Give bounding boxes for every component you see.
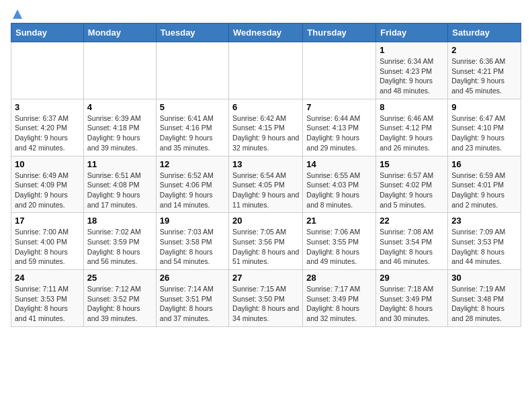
calendar-header-row: SundayMondayTuesdayWednesdayThursdayFrid… (11, 24, 521, 42)
header-sunday: Sunday (11, 24, 84, 42)
header-wednesday: Wednesday (229, 24, 303, 42)
day-cell: 3Sunrise: 6:37 AMSunset: 4:20 PMDaylight… (11, 99, 84, 156)
day-cell: 16Sunrise: 6:59 AMSunset: 4:01 PMDayligh… (448, 156, 521, 213)
day-cell: 17Sunrise: 7:00 AMSunset: 4:00 PMDayligh… (11, 213, 84, 270)
day-cell (11, 42, 84, 99)
header-friday: Friday (376, 24, 448, 42)
day-number: 21 (306, 216, 372, 226)
day-number: 6 (232, 102, 299, 112)
day-info: Sunrise: 6:39 AMSunset: 4:18 PMDaylight:… (87, 113, 152, 153)
day-number: 7 (306, 102, 372, 112)
day-info: Sunrise: 7:09 AMSunset: 3:53 PMDaylight:… (451, 227, 517, 267)
day-cell: 29Sunrise: 7:18 AMSunset: 3:49 PMDayligh… (376, 270, 448, 327)
day-number: 4 (87, 102, 152, 112)
day-cell: 4Sunrise: 6:39 AMSunset: 4:18 PMDaylight… (83, 99, 156, 156)
week-row-3: 17Sunrise: 7:00 AMSunset: 4:00 PMDayligh… (11, 213, 521, 270)
day-cell: 7Sunrise: 6:44 AMSunset: 4:13 PMDaylight… (303, 99, 376, 156)
day-cell: 15Sunrise: 6:57 AMSunset: 4:02 PMDayligh… (376, 156, 448, 213)
day-number: 8 (380, 102, 444, 112)
day-number: 25 (87, 273, 152, 283)
day-number: 16 (451, 159, 517, 169)
day-cell: 25Sunrise: 7:12 AMSunset: 3:52 PMDayligh… (83, 270, 156, 327)
day-info: Sunrise: 6:54 AMSunset: 4:05 PMDaylight:… (232, 171, 299, 210)
day-cell: 12Sunrise: 6:52 AMSunset: 4:06 PMDayligh… (156, 156, 228, 213)
day-number: 14 (306, 159, 372, 169)
day-cell: 6Sunrise: 6:42 AMSunset: 4:15 PMDaylight… (229, 99, 303, 156)
day-number: 26 (160, 273, 225, 283)
day-cell (83, 42, 156, 99)
day-info: Sunrise: 6:36 AMSunset: 4:21 PMDaylight:… (451, 56, 517, 96)
day-info: Sunrise: 7:17 AMSunset: 3:49 PMDaylight:… (306, 284, 372, 324)
day-cell: 27Sunrise: 7:15 AMSunset: 3:50 PMDayligh… (229, 270, 303, 327)
day-number: 2 (451, 45, 517, 55)
day-info: Sunrise: 6:44 AMSunset: 4:13 PMDaylight:… (306, 113, 372, 153)
day-number: 18 (87, 216, 152, 226)
day-info: Sunrise: 6:46 AMSunset: 4:12 PMDaylight:… (380, 113, 444, 153)
day-number: 17 (15, 216, 80, 226)
header-thursday: Thursday (303, 24, 376, 42)
day-cell (303, 42, 376, 99)
day-cell: 30Sunrise: 7:19 AMSunset: 3:48 PMDayligh… (448, 270, 521, 327)
day-info: Sunrise: 6:52 AMSunset: 4:06 PMDaylight:… (160, 171, 225, 210)
day-info: Sunrise: 7:15 AMSunset: 3:50 PMDaylight:… (232, 284, 299, 324)
logo (11, 11, 22, 17)
day-cell: 5Sunrise: 6:41 AMSunset: 4:16 PMDaylight… (156, 99, 228, 156)
day-cell: 2Sunrise: 6:36 AMSunset: 4:21 PMDaylight… (448, 42, 521, 99)
day-cell: 19Sunrise: 7:03 AMSunset: 3:58 PMDayligh… (156, 213, 228, 270)
day-info: Sunrise: 6:49 AMSunset: 4:09 PMDaylight:… (15, 171, 80, 210)
day-info: Sunrise: 7:18 AMSunset: 3:49 PMDaylight:… (380, 284, 444, 324)
week-row-0: 1Sunrise: 6:34 AMSunset: 4:23 PMDaylight… (11, 42, 521, 99)
day-number: 27 (232, 273, 299, 283)
day-cell: 28Sunrise: 7:17 AMSunset: 3:49 PMDayligh… (303, 270, 376, 327)
day-cell: 9Sunrise: 6:47 AMSunset: 4:10 PMDaylight… (448, 99, 521, 156)
day-number: 3 (15, 102, 80, 112)
day-number: 22 (380, 216, 444, 226)
day-info: Sunrise: 7:05 AMSunset: 3:56 PMDaylight:… (232, 227, 299, 267)
day-cell: 1Sunrise: 6:34 AMSunset: 4:23 PMDaylight… (376, 42, 448, 99)
day-cell: 20Sunrise: 7:05 AMSunset: 3:56 PMDayligh… (229, 213, 303, 270)
day-number: 29 (380, 273, 444, 283)
week-row-4: 24Sunrise: 7:11 AMSunset: 3:53 PMDayligh… (11, 270, 521, 327)
header-monday: Monday (83, 24, 156, 42)
day-number: 5 (160, 102, 225, 112)
calendar-table: SundayMondayTuesdayWednesdayThursdayFrid… (11, 23, 521, 327)
day-info: Sunrise: 6:41 AMSunset: 4:16 PMDaylight:… (160, 113, 225, 153)
header-tuesday: Tuesday (156, 24, 228, 42)
day-cell: 8Sunrise: 6:46 AMSunset: 4:12 PMDaylight… (376, 99, 448, 156)
day-cell (229, 42, 303, 99)
day-cell (156, 42, 228, 99)
day-info: Sunrise: 6:34 AMSunset: 4:23 PMDaylight:… (380, 56, 444, 96)
day-info: Sunrise: 7:12 AMSunset: 3:52 PMDaylight:… (87, 284, 152, 324)
day-number: 20 (232, 216, 299, 226)
day-info: Sunrise: 7:03 AMSunset: 3:58 PMDaylight:… (160, 227, 225, 267)
day-cell: 26Sunrise: 7:14 AMSunset: 3:51 PMDayligh… (156, 270, 228, 327)
day-number: 9 (451, 102, 517, 112)
day-info: Sunrise: 6:42 AMSunset: 4:15 PMDaylight:… (232, 113, 299, 153)
day-number: 19 (160, 216, 225, 226)
day-cell: 18Sunrise: 7:02 AMSunset: 3:59 PMDayligh… (83, 213, 156, 270)
day-info: Sunrise: 7:02 AMSunset: 3:59 PMDaylight:… (87, 227, 152, 267)
day-info: Sunrise: 6:57 AMSunset: 4:02 PMDaylight:… (380, 171, 444, 210)
week-row-2: 10Sunrise: 6:49 AMSunset: 4:09 PMDayligh… (11, 156, 521, 213)
svg-marker-0 (13, 9, 22, 19)
day-number: 10 (15, 159, 80, 169)
day-info: Sunrise: 6:47 AMSunset: 4:10 PMDaylight:… (451, 113, 517, 153)
day-info: Sunrise: 7:06 AMSunset: 3:55 PMDaylight:… (306, 227, 372, 267)
day-cell: 10Sunrise: 6:49 AMSunset: 4:09 PMDayligh… (11, 156, 84, 213)
day-number: 11 (87, 159, 152, 169)
header-saturday: Saturday (448, 24, 521, 42)
day-cell: 13Sunrise: 6:54 AMSunset: 4:05 PMDayligh… (229, 156, 303, 213)
day-number: 13 (232, 159, 299, 169)
day-number: 1 (380, 45, 444, 55)
day-cell: 22Sunrise: 7:08 AMSunset: 3:54 PMDayligh… (376, 213, 448, 270)
day-info: Sunrise: 7:14 AMSunset: 3:51 PMDaylight:… (160, 284, 225, 324)
day-info: Sunrise: 6:59 AMSunset: 4:01 PMDaylight:… (451, 171, 517, 210)
day-info: Sunrise: 7:00 AMSunset: 4:00 PMDaylight:… (15, 227, 80, 267)
day-number: 24 (15, 273, 80, 283)
day-number: 23 (451, 216, 517, 226)
day-info: Sunrise: 7:08 AMSunset: 3:54 PMDaylight:… (380, 227, 444, 267)
header (11, 11, 521, 17)
day-number: 28 (306, 273, 372, 283)
day-number: 30 (451, 273, 517, 283)
day-info: Sunrise: 7:11 AMSunset: 3:53 PMDaylight:… (15, 284, 80, 324)
